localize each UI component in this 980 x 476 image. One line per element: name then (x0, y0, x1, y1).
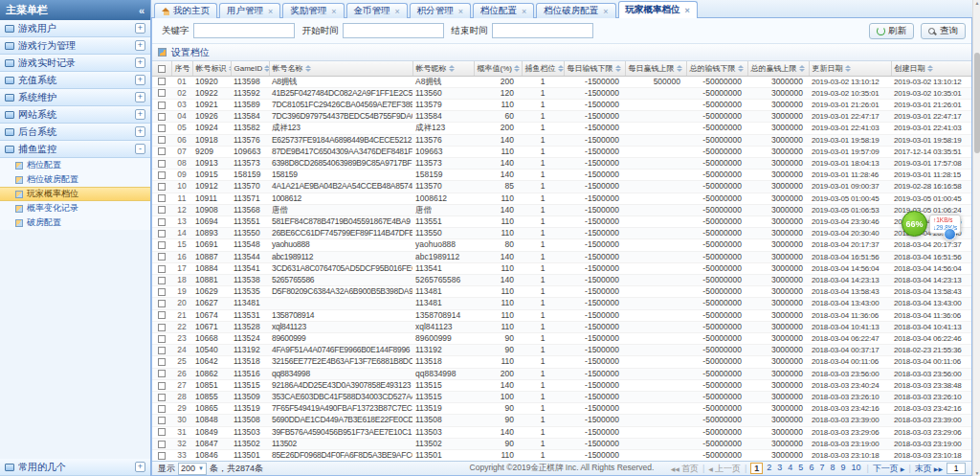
tab-close-icon[interactable]: × (268, 8, 273, 15)
tab-close-icon[interactable]: × (458, 8, 463, 15)
sidebar-item[interactable]: 后台系统+ (0, 124, 150, 141)
sidebar-subitem[interactable]: 破房配置 (0, 215, 150, 230)
table-row[interactable]: 0110920113598A8拥钱A8拥钱2001-1500000500000-… (152, 76, 971, 87)
assistant-icon[interactable] (944, 228, 956, 240)
row-checkbox-cell[interactable] (152, 438, 171, 449)
sidebar-subitem[interactable]: 档位配置 (0, 158, 150, 172)
row-checkbox-cell[interactable] (152, 450, 171, 462)
table-row[interactable]: 0510924113582成祥123成祥1232001-1500000-5000… (152, 123, 971, 134)
row-checkbox-cell[interactable] (152, 379, 171, 391)
table-row[interactable]: 1310694113551581EF84C878B4719B045591867E… (152, 215, 971, 227)
tab[interactable]: 用户管理× (219, 3, 280, 18)
expand-icon[interactable]: + (135, 109, 145, 120)
row-checkbox-cell[interactable] (152, 251, 171, 262)
column-header[interactable]: 帐号标识 (192, 61, 231, 76)
row-checkbox-cell[interactable] (152, 321, 171, 332)
column-header[interactable]: 捕鱼档位 (522, 61, 564, 76)
column-header[interactable]: 帐号名称 (269, 61, 412, 76)
expand-icon[interactable]: - (135, 144, 145, 154)
table-row[interactable]: 20106271134811134811101-1500000-50000000… (152, 298, 971, 309)
tab[interactable]: 玩家概率档位× (618, 1, 698, 18)
row-checkbox[interactable] (158, 183, 166, 191)
tab-close-icon[interactable]: × (603, 8, 608, 15)
column-header[interactable]: 每日输钱下限 (564, 61, 625, 76)
row-checkbox[interactable] (158, 428, 166, 436)
row-checkbox-cell[interactable] (152, 76, 171, 87)
row-checkbox[interactable] (158, 370, 166, 377)
table-row[interactable]: 1810881113538526576558652657655861401-15… (152, 274, 971, 285)
row-checkbox-cell[interactable] (152, 146, 171, 157)
row-checkbox-cell[interactable] (152, 403, 171, 415)
row-checkbox-cell[interactable] (152, 215, 171, 227)
page-number[interactable]: 10 (849, 463, 862, 474)
end-time-input[interactable] (492, 23, 593, 38)
scroll-down-icon[interactable]: ▼ (973, 470, 980, 476)
row-checkbox-cell[interactable] (152, 170, 171, 181)
row-checkbox-cell[interactable] (152, 368, 171, 379)
row-checkbox-cell[interactable] (152, 99, 171, 110)
expand-icon[interactable]: + (135, 23, 145, 34)
row-checkbox[interactable] (158, 218, 166, 226)
row-checkbox[interactable] (158, 89, 166, 97)
page-number[interactable]: 9 (838, 463, 847, 474)
row-checkbox[interactable] (158, 311, 166, 319)
select-all-cell[interactable] (152, 61, 171, 76)
row-checkbox[interactable] (158, 241, 166, 249)
row-checkbox[interactable] (158, 113, 166, 121)
row-checkbox[interactable] (158, 335, 166, 343)
sidebar-item[interactable]: 充值系统+ (0, 72, 150, 89)
column-header[interactable]: 总的输钱下限 (686, 61, 747, 76)
table-row[interactable]: 0610918113576E625737FE9184A6898449B4CECE… (152, 134, 971, 146)
table-row[interactable]: 29108651135197F65F549419A490FBAF13723B87… (152, 403, 971, 415)
row-checkbox[interactable] (158, 441, 166, 448)
row-checkbox-cell[interactable] (152, 356, 171, 368)
table-row[interactable]: 331084611350185E26DF0968D4F0FA6F8D5A3BE9… (152, 450, 971, 462)
table-row[interactable]: 141089311355026BE6CC61DF745799EF89F114B4… (152, 228, 971, 239)
table-row[interactable]: 23106681135248960099989600999901-1500000… (152, 332, 971, 344)
next-page-button[interactable]: 下一页 ▶ (873, 463, 905, 475)
sidebar-subitem[interactable]: 档位破房配置 (0, 172, 150, 187)
table-row[interactable]: 021092211359241B25F0427484DC082A2A9F1FF1… (152, 87, 971, 99)
page-jump-input[interactable] (947, 463, 966, 474)
row-checkbox-cell[interactable] (152, 134, 171, 146)
row-checkbox[interactable] (158, 300, 166, 307)
column-header[interactable]: 概率值(%) (474, 61, 522, 76)
refresh-button[interactable]: 刷新 (869, 23, 914, 39)
table-row[interactable]: 271085111351592186A4DD25E43D0A3907858E49… (152, 379, 971, 391)
row-checkbox-cell[interactable] (152, 309, 171, 321)
row-checkbox[interactable] (158, 417, 166, 424)
tab[interactable]: 档位配置× (473, 3, 534, 18)
sidebar-item[interactable]: 网站系统+ (0, 106, 150, 124)
table-row[interactable]: 09109151581591581591581591401-1500000-50… (152, 170, 971, 181)
row-checkbox[interactable] (158, 265, 166, 273)
table-row[interactable]: 1610887113544abc1989112abc19891121401-15… (152, 251, 971, 262)
row-checkbox-cell[interactable] (152, 391, 171, 402)
row-checkbox[interactable] (158, 324, 166, 331)
row-checkbox[interactable] (158, 394, 166, 401)
row-checkbox[interactable] (158, 358, 166, 366)
row-checkbox-cell[interactable] (152, 332, 171, 344)
row-checkbox[interactable] (158, 277, 166, 284)
expand-icon[interactable]: + (135, 462, 145, 472)
first-page-button[interactable]: ◀◀ 首页 (671, 463, 699, 475)
table-row[interactable]: 3210847113502113502113502901-1500000-500… (152, 438, 971, 449)
tab[interactable]: 金币管理× (346, 3, 408, 18)
row-checkbox-cell[interactable] (152, 415, 171, 426)
page-number[interactable]: 5 (796, 463, 805, 474)
table-row[interactable]: 10109121135704A1A21AE9BA04B2AA54CCEB48A8… (152, 181, 971, 193)
table-row[interactable]: 07920910966387DE9B417C6504309AA3476DEF84… (152, 146, 971, 157)
row-checkbox[interactable] (158, 194, 166, 202)
page-scrollbar[interactable]: ▲ ▼ (972, 0, 980, 476)
expand-icon[interactable]: + (135, 57, 145, 68)
set-tier-button[interactable]: 设置档位 (171, 46, 210, 59)
row-checkbox-cell[interactable] (152, 426, 171, 438)
row-checkbox[interactable] (158, 171, 166, 179)
tab-close-icon[interactable]: × (685, 7, 690, 14)
tab[interactable]: 档位破房配置× (536, 3, 615, 18)
table-row[interactable]: 251064211351832156EE77E2E4B63AF13F7E6881… (152, 356, 971, 368)
table-row[interactable]: 04109261135847DC396D979754437BEDC54B755F… (152, 111, 971, 123)
tab-close-icon[interactable]: × (395, 8, 400, 15)
tab-close-icon[interactable]: × (522, 8, 526, 15)
row-checkbox[interactable] (158, 452, 166, 460)
row-checkbox-cell[interactable] (152, 123, 171, 134)
